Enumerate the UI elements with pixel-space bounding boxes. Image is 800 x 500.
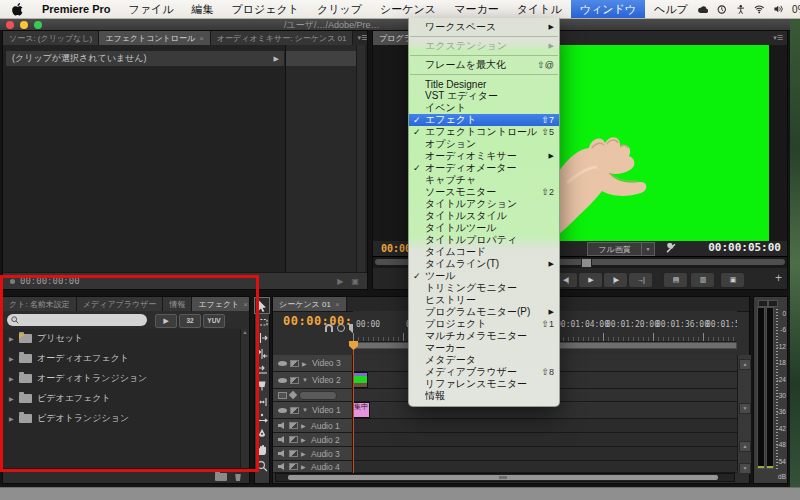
window-menu-item-32[interactable]: 情報 <box>409 390 559 402</box>
twirl-arrow-icon[interactable]: ▶ <box>9 375 19 382</box>
sync-lock-icon[interactable] <box>290 360 299 367</box>
accelerated-effects-filter-icon[interactable]: ▶ <box>155 314 177 328</box>
speaker-icon[interactable] <box>278 436 286 443</box>
add-button[interactable]: + <box>775 271 782 285</box>
effects-tab-2[interactable]: 情報 <box>163 297 192 311</box>
collapse-arrow-icon[interactable]: ▶ <box>301 463 308 470</box>
zoom-tool[interactable] <box>255 458 269 473</box>
effects-tab-1[interactable]: メディアブラウザー <box>77 297 164 311</box>
tab-close-icon[interactable]: × <box>243 300 248 309</box>
twirl-arrow-icon[interactable]: ▶ <box>9 415 19 422</box>
slide-tool[interactable] <box>255 410 269 425</box>
menubar-item-1[interactable]: ファイル <box>119 0 182 18</box>
collapse-arrow-icon[interactable]: ▼ <box>302 407 309 413</box>
eye-icon[interactable] <box>278 408 287 413</box>
panel-menu-icon[interactable]: ▾☰ <box>353 31 367 45</box>
track-content[interactable] <box>353 433 737 447</box>
menubar-item-0[interactable]: Premiere Pro <box>33 0 119 18</box>
step-forward-button[interactable]: |▶ <box>603 272 628 288</box>
twirl-arrow-icon[interactable]: ▶ <box>9 395 19 402</box>
pen-tool[interactable] <box>255 426 269 441</box>
title-clip[interactable]: 集中 <box>353 402 370 418</box>
encore-chapter-marker-icon[interactable] <box>337 324 345 332</box>
collapse-arrow-icon[interactable]: ▶ <box>302 360 309 367</box>
video-clip[interactable] <box>353 372 368 388</box>
scroll-down-icon[interactable]: ▼ <box>739 403 751 414</box>
menubar-item-5[interactable]: シーケンス <box>371 0 445 18</box>
keyframe-icon[interactable] <box>289 391 297 399</box>
menubar-item-7[interactable]: タイトル <box>508 0 571 18</box>
sync-lock-icon[interactable] <box>289 436 298 443</box>
track-header[interactable]: ▶Audio 2 <box>273 433 353 447</box>
sync-lock-icon[interactable] <box>289 450 298 457</box>
scroll-up-icon[interactable]: ▲ <box>739 359 751 370</box>
opacity-slider[interactable] <box>299 391 337 400</box>
timeline-vertical-scrollbar[interactable]: ▲ ▼ ▲ ▼ <box>737 355 751 471</box>
export-frame-button[interactable]: ▣ <box>720 272 745 288</box>
source-tab-0[interactable]: ソース: (クリップなし) <box>3 31 99 45</box>
effect-controls-timecode[interactable]: 00:00:00:00 <box>20 276 80 286</box>
source-tab-2[interactable]: オーディオミキサー: シーケンス 01 <box>211 31 354 45</box>
effects-tab-0[interactable]: クト: 名前未設定 <box>3 297 77 311</box>
source-tab-1[interactable]: エフェクトコントロール× <box>99 31 211 45</box>
track-header[interactable]: ▶Audio 4 <box>273 461 353 473</box>
track-content[interactable] <box>353 461 737 473</box>
32bit-color-filter-icon[interactable]: 32 <box>179 314 201 328</box>
sync-lock-icon[interactable] <box>289 422 298 429</box>
apple-menu[interactable] <box>0 3 33 16</box>
wifi-icon[interactable] <box>754 4 764 14</box>
menubar-item-8[interactable]: ウィンドウ <box>571 0 645 18</box>
play-in-to-out-button[interactable]: →| <box>628 272 653 288</box>
twirl-arrow-icon[interactable]: ▶ <box>9 355 19 362</box>
ripple-edit-tool[interactable] <box>255 330 269 345</box>
tab-close-icon[interactable]: × <box>199 34 204 43</box>
razor-tool[interactable] <box>255 378 269 393</box>
rolling-edit-tool[interactable] <box>255 346 269 361</box>
scroll-down-icon[interactable]: ▼ <box>739 463 751 474</box>
new-custom-bin-icon[interactable] <box>215 473 227 481</box>
close-window-button[interactable] <box>6 21 14 29</box>
twirl-arrow-icon[interactable]: ▶ <box>9 335 19 342</box>
cloud-icon[interactable] <box>697 4 708 15</box>
effects-folder-row[interactable]: ▶プリセット <box>3 329 241 349</box>
sync-lock-icon[interactable] <box>290 377 299 384</box>
scrollbar-thumb[interactable] <box>288 475 718 480</box>
loop-icon[interactable]: ▣ <box>351 277 359 286</box>
menubar-item-4[interactable]: クリップ <box>308 0 371 18</box>
sync-lock-icon[interactable] <box>289 463 298 470</box>
scroll-up-icon[interactable]: ▲ <box>739 441 751 452</box>
lift-button[interactable]: ▤ <box>663 272 688 288</box>
time-machine-icon[interactable] <box>717 4 727 15</box>
eye-icon[interactable] <box>278 378 287 383</box>
rate-stretch-tool[interactable] <box>255 362 269 377</box>
tab-close-icon[interactable]: × <box>335 300 340 309</box>
track-header[interactable]: ▼Video 2 <box>273 372 353 389</box>
panel-menu-icon[interactable]: ▾☰ <box>769 31 787 45</box>
window-menu-item-4[interactable]: フレームを最大化⇧@ <box>409 59 559 71</box>
collapse-arrow-icon[interactable]: ▶ <box>301 436 308 443</box>
quality-dropdown[interactable]: フル画質 ▼ <box>587 242 655 256</box>
timeline-tab-0[interactable]: シーケンス 01× <box>273 297 347 311</box>
track-header[interactable]: ▶Video 3 <box>273 355 353 372</box>
collapse-arrow-icon[interactable]: ▶ <box>301 422 308 429</box>
display-style-icon[interactable] <box>278 392 287 399</box>
collapse-arrow-icon[interactable]: ▼ <box>302 377 309 383</box>
accessibility-icon[interactable] <box>736 4 746 15</box>
extract-button[interactable]: ▥ <box>690 272 715 288</box>
sync-lock-icon[interactable] <box>290 407 299 414</box>
yuv-effects-filter-icon[interactable]: YUV <box>203 314 225 328</box>
speaker-icon[interactable] <box>278 463 286 470</box>
effects-folder-row[interactable]: ▶ビデオエフェクト <box>3 389 241 409</box>
snap-icon[interactable] <box>325 324 333 332</box>
menubar-item-2[interactable]: 編集 <box>183 0 223 18</box>
play-edit-icon[interactable]: ▶ <box>337 277 343 286</box>
collapse-arrow-icon[interactable]: ▶ <box>301 450 308 457</box>
delete-icon[interactable] <box>234 472 242 481</box>
menubar-item-9[interactable]: ヘルプ <box>645 0 697 18</box>
effects-scrollbar[interactable]: ▲ <box>240 329 249 469</box>
menubar-item-3[interactable]: プロジェクト <box>223 0 309 18</box>
track-content[interactable] <box>353 419 737 433</box>
effects-tab-3[interactable]: エフェクト× <box>192 297 249 311</box>
slip-tool[interactable] <box>255 394 269 409</box>
track-header[interactable]: ▶Audio 1 <box>273 419 353 433</box>
